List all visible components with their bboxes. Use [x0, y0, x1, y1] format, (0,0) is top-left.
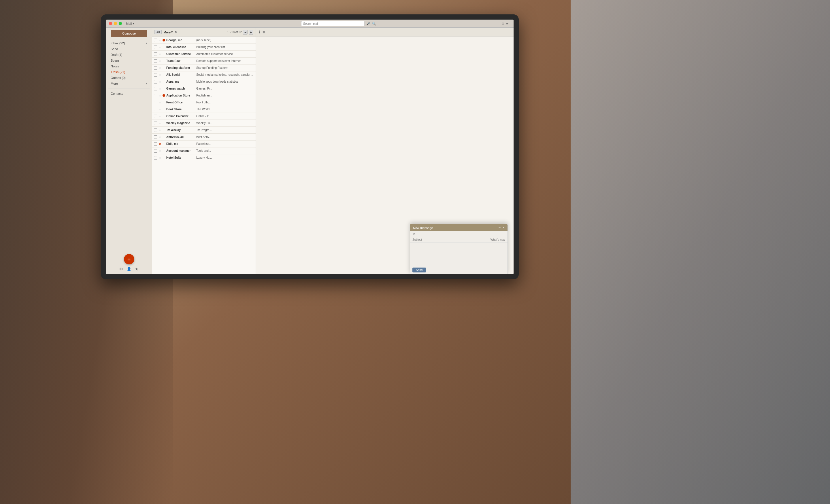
mail-item[interactable]: ☆Team RawRemote support tools over Inter…: [152, 58, 256, 65]
title-bar: Mail ▾ 🎤 🔍 ℹ ≡: [106, 20, 514, 28]
mail-item-checkbox[interactable]: [154, 94, 157, 97]
to-input[interactable]: [426, 232, 505, 236]
mail-item-checkbox[interactable]: [154, 129, 157, 132]
filter-more-button[interactable]: More ▾: [163, 30, 173, 34]
popup-close-btn[interactable]: ×: [502, 226, 505, 230]
inbox-arrow[interactable]: ▾: [146, 42, 147, 45]
mail-item[interactable]: ☆Info, client listBuilding your client l…: [152, 44, 256, 51]
contacts-icon[interactable]: 👤: [127, 267, 131, 271]
mail-item-star[interactable]: ☆: [159, 59, 161, 63]
mail-item[interactable]: ☆Online CalendarOnline - P...: [152, 113, 256, 120]
popup-minimize-btn[interactable]: −: [499, 226, 501, 230]
mail-item-star[interactable]: ☆: [159, 87, 161, 91]
mail-item-star[interactable]: ☆: [159, 52, 161, 56]
mail-item-star[interactable]: ☆: [159, 94, 161, 97]
sidebar-item-inbox[interactable]: Inbox (22) ▾: [106, 40, 152, 46]
mail-item-star[interactable]: ☆: [159, 80, 161, 83]
whats-new-label: What's new: [490, 238, 505, 241]
mic-icon[interactable]: 🎤: [366, 22, 370, 26]
mail-item-checkbox[interactable]: [154, 122, 157, 125]
mail-item-checkbox[interactable]: [154, 156, 157, 160]
mail-item-checkbox[interactable]: [154, 53, 157, 56]
mail-item-checkbox[interactable]: [154, 101, 157, 104]
mail-item-checkbox[interactable]: [154, 73, 157, 77]
mail-item[interactable]: ☆Apps, meMobile apps downloads statistic…: [152, 78, 256, 85]
mail-item[interactable]: ☆Games watchGames, Fr...: [152, 85, 256, 92]
mail-item-checkbox[interactable]: [154, 45, 157, 49]
popup-to-field[interactable]: To: [410, 231, 508, 237]
refresh-icon[interactable]: ↻: [174, 30, 177, 34]
close-btn[interactable]: [109, 22, 112, 25]
mail-item[interactable]: ☆Customer ServiceAutomated customer serv…: [152, 51, 256, 58]
mail-item[interactable]: ☆Account managerTools and...: [152, 147, 256, 155]
send-button[interactable]: Send: [412, 268, 426, 272]
search-input-wrap[interactable]: [301, 21, 364, 26]
sidebar-item-outbox[interactable]: Outbox (0): [106, 75, 152, 81]
mail-title-arrow[interactable]: ▾: [133, 22, 135, 25]
search-icon[interactable]: 🔍: [372, 22, 376, 26]
maximize-btn[interactable]: [119, 22, 122, 25]
more-label: More: [111, 82, 118, 85]
mail-item-star[interactable]: ☆: [159, 101, 161, 104]
fab-button[interactable]: +: [124, 254, 134, 264]
popup-body[interactable]: [410, 243, 508, 266]
mail-item-star[interactable]: ☆: [159, 38, 161, 42]
mail-item[interactable]: ☆TV WeeklyTV Progra...: [152, 127, 256, 134]
mail-item-star[interactable]: ★: [159, 142, 161, 146]
sidebar-item-more[interactable]: More ▾: [106, 81, 152, 87]
mail-item-star[interactable]: ☆: [159, 149, 161, 153]
favorites-icon[interactable]: ★: [135, 267, 139, 271]
mail-item[interactable]: ☆All, SocialSocial media marketing, rese…: [152, 71, 256, 78]
search-input[interactable]: [303, 22, 362, 25]
settings-icon[interactable]: ⚙: [119, 267, 123, 271]
sidebar-item-spam[interactable]: Spam: [106, 58, 152, 63]
mail-item[interactable]: ☆George, me(no subject): [152, 37, 256, 44]
mail-list-header: All More ▾ ↻ 1 - 18 of 22 ◀ ▶: [152, 28, 256, 37]
sidebar-item-send[interactable]: Send: [106, 46, 152, 52]
mail-item[interactable]: ☆Weekly magazineWeekly Bu...: [152, 120, 256, 127]
mail-item-sender: Weekly magazine: [166, 122, 195, 125]
filter-all-button[interactable]: All: [155, 30, 162, 34]
mail-item-checkbox[interactable]: [154, 39, 157, 42]
mail-item-checkbox[interactable]: [154, 114, 157, 118]
more-arrow[interactable]: ▾: [146, 82, 147, 85]
mail-item[interactable]: ☆Antivirus, allBest Antiv...: [152, 134, 256, 140]
detail-info-icon[interactable]: ℹ: [259, 30, 260, 34]
sidebar-item-contacts[interactable]: Contacts: [106, 90, 152, 97]
mail-item[interactable]: ☆Front OfficeFront offic...: [152, 99, 256, 106]
prev-page-button[interactable]: ◀: [243, 30, 248, 35]
next-page-button[interactable]: ▶: [249, 30, 253, 35]
mail-item[interactable]: ☆Funding platformStartup Funding Platfor…: [152, 65, 256, 71]
mail-item[interactable]: ★Ebill, mePaperless...: [152, 140, 256, 147]
mail-item-star[interactable]: ☆: [159, 156, 161, 160]
mail-item-checkbox[interactable]: [154, 149, 157, 153]
mail-item-star[interactable]: ☆: [159, 45, 161, 49]
mail-item-checkbox[interactable]: [154, 66, 157, 70]
mail-item-checkbox[interactable]: [154, 87, 157, 91]
mail-item-checkbox[interactable]: [154, 59, 157, 63]
sidebar-item-draft[interactable]: Draft (1): [106, 52, 152, 58]
mail-item[interactable]: ☆Hotel SuiteLuxury Ho...: [152, 155, 256, 161]
minimize-btn[interactable]: [114, 22, 117, 25]
sidebar-item-trash[interactable]: Trash (21): [106, 69, 152, 75]
popup-subject-field[interactable]: Subject What's new: [410, 237, 508, 243]
subject-input[interactable]: [426, 238, 489, 241]
mail-item-star[interactable]: ☆: [159, 114, 161, 118]
mail-item-star[interactable]: ☆: [159, 135, 161, 139]
sidebar-action-icons: ⚙ 👤 ★: [119, 267, 139, 271]
sidebar-item-notes[interactable]: Notes: [106, 63, 152, 69]
compose-button[interactable]: Compose: [111, 30, 147, 37]
detail-menu-icon[interactable]: ≡: [262, 30, 265, 35]
mail-item[interactable]: ☆Application StorePublish an...: [152, 92, 256, 99]
mail-item-star[interactable]: ☆: [159, 121, 161, 125]
mail-item-checkbox[interactable]: [154, 135, 157, 139]
mail-item-star[interactable]: ☆: [159, 73, 161, 77]
mail-item-star[interactable]: ☆: [159, 128, 161, 132]
mail-item-star[interactable]: ☆: [159, 66, 161, 70]
mail-item-checkbox[interactable]: [154, 142, 157, 146]
mail-item[interactable]: ☆Book StoreThe World...: [152, 106, 256, 113]
mail-item-checkbox[interactable]: [154, 108, 157, 111]
mail-item-star[interactable]: ☆: [159, 107, 161, 111]
laptop: Mail ▾ 🎤 🔍 ℹ ≡ Co: [101, 14, 533, 317]
mail-item-checkbox[interactable]: [154, 80, 157, 83]
